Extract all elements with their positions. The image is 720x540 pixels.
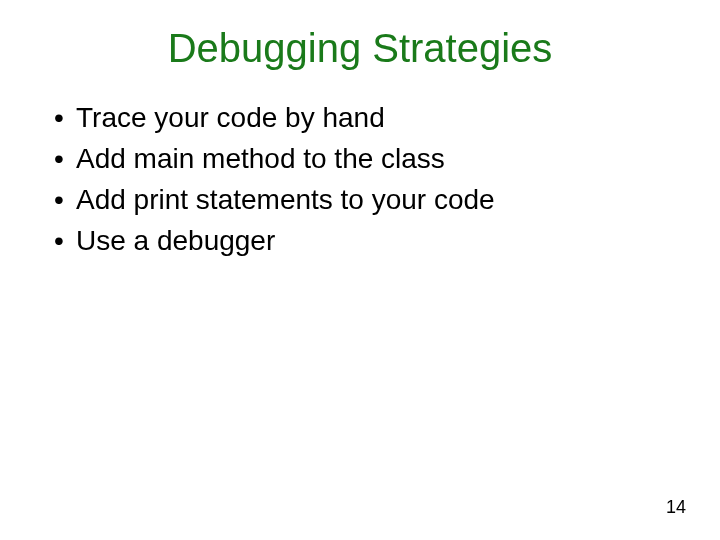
page-number: 14 <box>666 497 686 518</box>
list-item-text: Add main method to the class <box>76 141 445 176</box>
bullet-dot: • <box>54 182 76 217</box>
slide: Debugging Strategies • Trace your code b… <box>0 0 720 540</box>
list-item-text: Add print statements to your code <box>76 182 495 217</box>
list-item-text: Use a debugger <box>76 223 275 258</box>
bullet-dot: • <box>54 141 76 176</box>
list-item: • Use a debugger <box>54 223 666 258</box>
bullet-dot: • <box>54 100 76 135</box>
bullet-list: • Trace your code by hand • Add main met… <box>54 100 666 264</box>
slide-title: Debugging Strategies <box>0 26 720 71</box>
list-item: • Trace your code by hand <box>54 100 666 135</box>
list-item-text: Trace your code by hand <box>76 100 385 135</box>
list-item: • Add main method to the class <box>54 141 666 176</box>
bullet-dot: • <box>54 223 76 258</box>
list-item: • Add print statements to your code <box>54 182 666 217</box>
